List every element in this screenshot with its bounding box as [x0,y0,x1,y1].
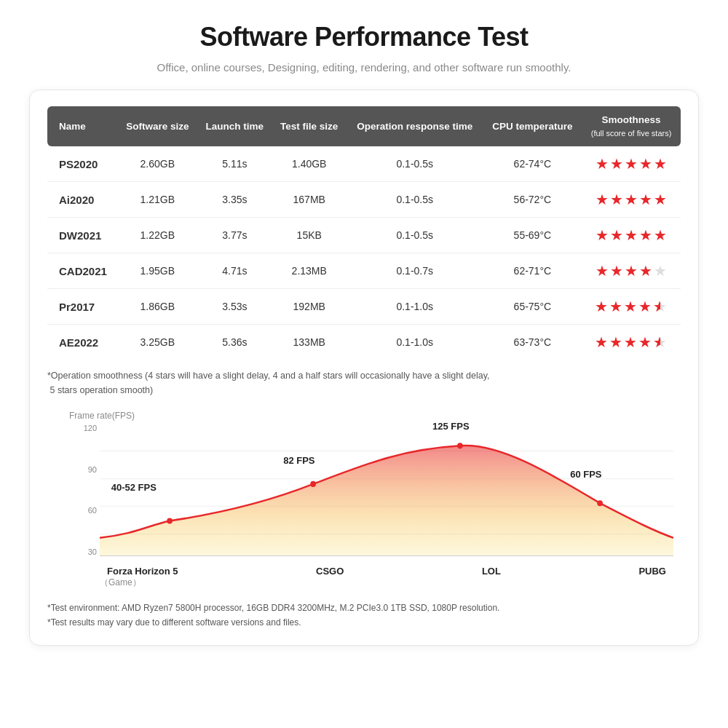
chart-section: Frame rate(FPS) 30 60 90 120 [47,411,681,589]
star-full-icon: ★ [654,226,667,244]
star-full-icon: ★ [639,226,652,244]
star-half-icon: ★★ [653,333,668,351]
table-cell: 5.36s [197,325,272,360]
fps-label-forza: 40-52 FPS [111,482,157,493]
star-full-icon: ★ [596,226,609,244]
table-cell: DW2021 [47,218,117,253]
star-full-icon: ★ [595,333,608,351]
table-cell: 3.53s [197,289,272,325]
table-cell: 0.1-0.5s [347,182,483,218]
star-full-icon: ★ [654,191,667,208]
table-cell: PS2020 [47,146,117,182]
star-full-icon: ★ [624,298,637,315]
y-tick-60: 60 [88,506,97,515]
stars-cell: ★★★★★ [582,182,681,218]
page-title: Software Performance Test [29,22,699,52]
table-cell: 2.13MB [272,253,347,289]
table-cell: 3.25GB [117,325,197,360]
page-subtitle: Office, online courses, Designing, editi… [29,61,699,74]
performance-table: Name Software size Launch time Test file… [47,106,681,360]
game-name-lol: LOL [482,566,501,577]
x-labels: Forza Horizon 5 CSGO LOL PUBG [100,566,673,577]
game-prefix-label: （Game） [100,577,681,589]
star-full-icon: ★ [610,226,623,244]
table-cell: 0.1-1.0s [347,325,483,360]
table-cell: 3.77s [197,218,272,253]
star-full-icon: ★ [595,298,608,315]
star-full-icon: ★ [610,155,623,173]
star-full-icon: ★ [639,191,652,208]
table-row: AE20223.25GB5.36s133MB0.1-1.0s63-73°C★★★… [47,325,681,360]
fps-label-csgo: 82 FPS [283,455,314,466]
star-full-icon: ★ [639,155,652,173]
fps-label-pubg: 60 FPS [570,469,601,480]
y-tick-30: 30 [88,547,97,556]
star-empty-icon: ★ [654,262,667,280]
table-row: Ai20201.21GB3.35s167MB0.1-0.5s56-72°C★★★… [47,182,681,218]
star-full-icon: ★ [654,155,667,173]
star-full-icon: ★ [610,191,623,208]
y-tick-120: 120 [84,424,97,432]
table-cell: AE2022 [47,325,117,360]
note-2: *Test results may vary due to different … [47,615,681,630]
table-cell: 65-75°C [483,289,582,325]
col-file: Test file size [272,106,347,146]
table-cell: 1.95GB [117,253,197,289]
star-full-icon: ★ [596,155,609,173]
chart-svg-area: 40-52 FPS 82 FPS 125 FPS 60 FPS [100,424,673,556]
table-cell: 1.22GB [117,218,197,253]
table-cell: 167MB [272,182,347,218]
star-full-icon: ★ [638,333,652,351]
performance-card: Name Software size Launch time Test file… [29,90,699,646]
star-full-icon: ★ [596,262,609,280]
x-label-forza: Forza Horizon 5 [107,566,178,577]
star-full-icon: ★ [625,226,638,244]
star-half-icon: ★★ [653,298,668,315]
x-label-pubg: PUBG [638,566,666,577]
table-row: CAD20211.95GB4.71s2.13MB0.1-0.7s62-71°C★… [47,253,681,289]
table-cell: 62-74°C [483,146,582,182]
table-cell: CAD2021 [47,253,117,289]
table-cell: 55-69°C [483,218,582,253]
stars-cell: ★★★★★ [582,146,681,182]
table-cell: Pr2017 [47,289,117,325]
note-1: *Test environment: AMD Ryzen7 5800H proc… [47,601,681,615]
fps-label-lol: 125 FPS [432,421,470,432]
chart-svg [100,424,673,556]
game-name-pubg: PUBG [638,566,666,577]
svg-point-5 [310,481,316,487]
table-row: PS20202.60GB5.11s1.40GB0.1-0.5s62-74°C★★… [47,146,681,182]
table-cell: 0.1-0.5s [347,218,483,253]
star-full-icon: ★ [609,298,622,315]
star-full-icon: ★ [639,262,652,280]
table-cell: 56-72°C [483,182,582,218]
table-cell: 1.21GB [117,182,197,218]
table-row: Pr20171.86GB3.53s192MB0.1-1.0s65-75°C★★★… [47,289,681,325]
chart-container: 30 60 90 120 [76,424,673,577]
table-cell: 1.40GB [272,146,347,182]
table-cell: 62-71°C [483,253,582,289]
game-name-csgo: CSGO [316,566,344,577]
star-full-icon: ★ [624,333,637,351]
x-label-lol: LOL [482,566,501,577]
star-full-icon: ★ [625,191,638,208]
game-name-forza: Forza Horizon 5 [107,566,178,577]
star-full-icon: ★ [609,333,622,351]
bottom-notes: *Test environment: AMD Ryzen7 5800H proc… [47,601,681,630]
col-smoothness: Smoothness(full score of five stars) [582,106,681,146]
y-axis-label: Frame rate(FPS) [69,411,681,421]
table-cell: Ai2020 [47,182,117,218]
x-axis-line [100,555,673,557]
y-tick-90: 90 [88,465,97,474]
table-cell: 63-73°C [483,325,582,360]
col-name: Name [47,106,117,146]
col-launch: Launch time [197,106,272,146]
table-cell: 0.1-0.7s [347,253,483,289]
table-cell: 3.35s [197,182,272,218]
stars-cell: ★★★★★★ [582,289,681,325]
table-footnote: *Operation smoothness (4 stars will have… [47,368,681,397]
x-label-csgo: CSGO [316,566,344,577]
table-cell: 1.86GB [117,289,197,325]
table-row: DW20211.22GB3.77s15KB0.1-0.5s55-69°C★★★★… [47,218,681,253]
table-cell: 133MB [272,325,347,360]
